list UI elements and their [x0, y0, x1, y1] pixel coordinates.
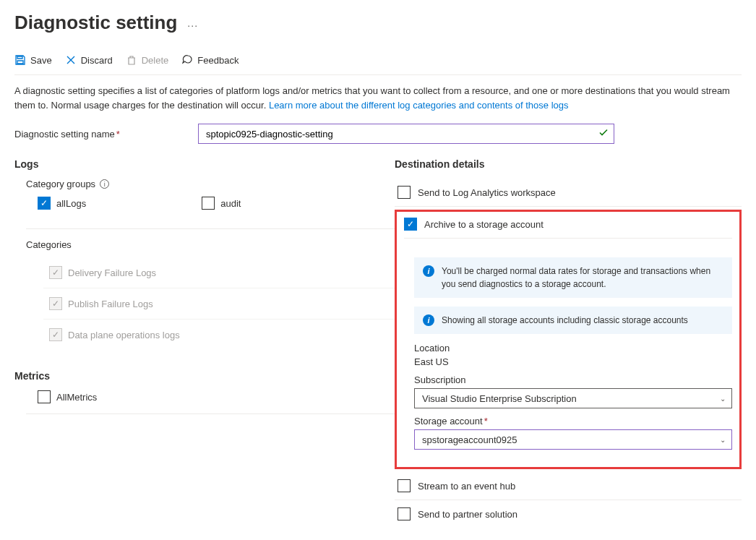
categories-label: Categories — [26, 239, 395, 250]
send-law-checkbox[interactable] — [398, 186, 411, 199]
stream-eh-label: Stream to an event hub — [418, 481, 515, 492]
discard-icon — [65, 54, 77, 66]
info-text-1: You'll be charged normal data rates for … — [442, 265, 723, 291]
save-icon — [14, 54, 26, 66]
feedback-icon — [181, 54, 193, 66]
name-label-text: Diagnostic setting name — [14, 129, 115, 140]
info-icon: i — [423, 314, 434, 326]
check-icon: ✓ — [52, 267, 59, 278]
description: A diagnostic setting specifies a list of… — [14, 84, 742, 112]
send-partner-label: Send to partner solution — [418, 509, 517, 520]
alllogs-checkbox[interactable]: ✓ — [38, 197, 51, 210]
required-indicator: * — [484, 416, 488, 427]
save-label: Save — [30, 55, 52, 66]
storage-account-select[interactable]: spstorageaccount0925 ⌄ — [414, 429, 732, 450]
subscription-label: Subscription — [414, 374, 732, 385]
storage-label-text: Storage account — [414, 416, 483, 427]
diagnostic-name-input[interactable] — [198, 124, 614, 144]
storage-account-label: Storage account* — [414, 416, 732, 427]
save-button[interactable]: Save — [14, 54, 52, 66]
location-value: East US — [414, 356, 732, 367]
required-indicator: * — [116, 129, 120, 140]
info-icon: i — [423, 265, 434, 277]
category-groups-text: Category groups — [26, 179, 95, 189]
check-icon: ✓ — [407, 219, 414, 229]
alllogs-label: allLogs — [56, 198, 86, 209]
divider — [26, 228, 395, 229]
category-label-0: Delivery Failure Logs — [68, 267, 156, 278]
subscription-value: Visual Studio Enterprise Subscription — [422, 393, 577, 404]
allmetrics-label: AllMetrics — [56, 392, 97, 403]
name-label: Diagnostic setting name* — [14, 129, 198, 140]
info-icon[interactable]: i — [100, 179, 109, 189]
toolbar: Save Discard Delete Feedback — [14, 48, 742, 75]
delete-label: Delete — [142, 55, 169, 66]
feedback-label: Feedback — [197, 55, 239, 66]
divider — [404, 238, 732, 239]
valid-check-icon — [598, 128, 609, 140]
check-icon: ✓ — [40, 198, 48, 208]
metrics-heading: Metrics — [14, 370, 395, 382]
info-box-charges: i You'll be charged normal data rates fo… — [414, 257, 732, 298]
subscription-select[interactable]: Visual Studio Enterprise Subscription ⌄ — [414, 388, 732, 408]
category-groups-label: Category groups i — [26, 179, 395, 189]
discard-label: Discard — [81, 55, 113, 66]
destination-heading: Destination details — [395, 158, 742, 170]
feedback-button[interactable]: Feedback — [181, 54, 239, 66]
category-label-1: Publish Failure Logs — [68, 299, 153, 309]
page-title: Diagnostic setting — [14, 12, 177, 34]
storage-account-value: spstorageaccount0925 — [422, 434, 517, 445]
stream-eh-checkbox[interactable] — [398, 479, 411, 492]
category-checkbox-1: ✓ — [49, 297, 62, 310]
archive-storage-checkbox[interactable]: ✓ — [404, 218, 417, 231]
archive-highlight-box: ✓ Archive to a storage account i You'll … — [395, 210, 742, 469]
category-label-2: Data plane operations logs — [68, 330, 180, 340]
allmetrics-checkbox[interactable] — [38, 390, 51, 403]
more-actions[interactable]: ··· — [187, 20, 198, 31]
info-box-storage: i Showing all storage accounts including… — [414, 307, 732, 334]
check-icon: ✓ — [52, 299, 59, 309]
archive-storage-label: Archive to a storage account — [424, 219, 544, 230]
info-text-2: Showing all storage accounts including c… — [442, 314, 688, 327]
learn-more-link[interactable]: Learn more about the different log categ… — [269, 100, 569, 111]
delete-button: Delete — [126, 54, 169, 66]
category-checkbox-2: ✓ — [49, 328, 62, 341]
chevron-down-icon: ⌄ — [720, 436, 726, 444]
audit-label: audit — [220, 198, 241, 209]
divider — [26, 413, 395, 414]
location-label: Location — [414, 343, 732, 353]
category-checkbox-0: ✓ — [49, 266, 62, 279]
delete-icon — [126, 54, 137, 66]
audit-checkbox[interactable] — [202, 197, 215, 210]
discard-button[interactable]: Discard — [65, 54, 113, 66]
send-partner-checkbox[interactable] — [398, 507, 411, 520]
check-icon: ✓ — [52, 330, 59, 340]
logs-heading: Logs — [14, 158, 395, 170]
chevron-down-icon: ⌄ — [720, 395, 726, 403]
send-law-label: Send to Log Analytics workspace — [418, 187, 556, 198]
